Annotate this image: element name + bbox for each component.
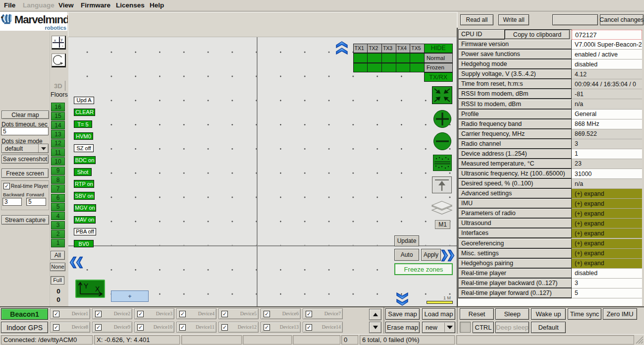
- svg-text:y: y: [61, 37, 63, 42]
- svg-text:x: x: [54, 38, 56, 43]
- svg-text:Y: Y: [84, 282, 89, 290]
- svg-text:X: X: [95, 285, 100, 293]
